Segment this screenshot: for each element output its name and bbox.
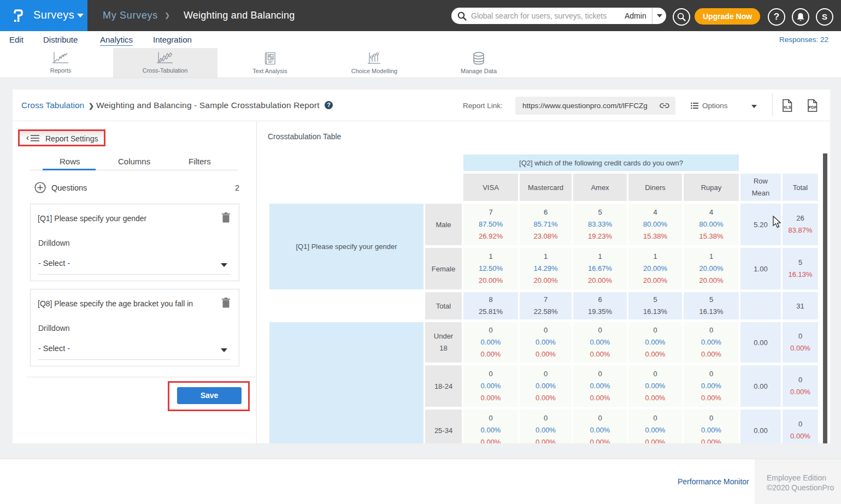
svg-text:PDF: PDF [809, 105, 817, 110]
svg-text:XLS: XLS [784, 105, 792, 110]
